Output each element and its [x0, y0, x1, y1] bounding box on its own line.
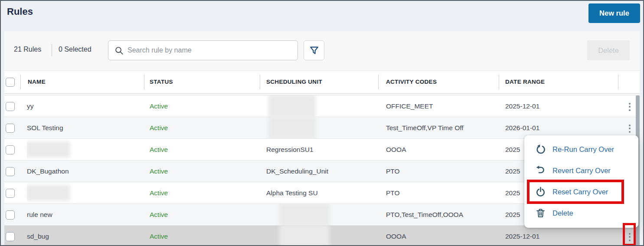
row-checkbox[interactable] [6, 124, 15, 133]
cell-name: sd_bug [27, 226, 142, 246]
menu-item-delete[interactable]: Delete [524, 203, 638, 224]
revert-carry-over-icon [535, 165, 546, 176]
column-header-date-range: DATE RANGE [505, 71, 545, 93]
toolbar-divider [52, 44, 52, 56]
redacted-text [279, 204, 330, 225]
cell-name: yy [27, 95, 142, 117]
redacted-text [27, 185, 70, 201]
search-input[interactable] [108, 41, 297, 60]
search-box [108, 40, 298, 60]
column-divider [20, 75, 21, 89]
row-checkbox[interactable] [6, 210, 15, 220]
cell-status: Active [150, 161, 258, 182]
column-header-activity-codes: ACTIVITY CODES [386, 71, 437, 93]
cell-activity-codes: PTO [386, 161, 500, 182]
column-divider [378, 75, 379, 89]
rules-count: 21 Rules [14, 46, 41, 53]
cell-name [27, 182, 142, 203]
cell-name: SOL Testing [27, 117, 142, 138]
cell-status: Active [150, 95, 258, 117]
row-actions-kebab-icon[interactable] [627, 101, 633, 112]
column-divider [144, 75, 144, 89]
cell-activity-codes: Test_TimeOff,VP Time Off [386, 117, 500, 138]
column-divider [499, 75, 499, 89]
new-rule-button[interactable]: New rule [588, 3, 640, 23]
menu-item-revert-carry-over[interactable]: Revert Carry Over [524, 160, 638, 181]
rerun-carry-over-icon [535, 144, 546, 155]
table-row[interactable]: yyActiveOFFICE_MEET2025-12-01 [4, 95, 640, 117]
cell-status: Active [150, 139, 258, 160]
cell-status: Active [150, 182, 258, 203]
row-checkbox[interactable] [6, 102, 15, 111]
cell-activity-codes: OFFICE_MEET [386, 95, 500, 117]
menu-item-rerun-carry-over[interactable]: Re-Run Carry Over [524, 139, 638, 160]
row-checkbox[interactable] [6, 232, 15, 241]
menu-item-label: Delete [552, 209, 573, 217]
cell-name: DK_Bugathon [27, 161, 142, 182]
cell-scheduling-unit [266, 226, 379, 246]
row-checkbox[interactable] [6, 145, 15, 154]
selected-count: 0 Selected [59, 46, 92, 53]
cell-date-range: 2025-12-01 [505, 95, 616, 117]
cell-activity-codes: PTO,Test_TimeOff,OOOA [386, 204, 500, 225]
column-divider [618, 75, 618, 89]
delete-button[interactable]: Delete [587, 40, 630, 60]
cell-scheduling-unit: DK_Scheduling_Unit [266, 161, 379, 182]
cell-scheduling-unit [266, 204, 379, 225]
cell-status: Active [150, 226, 258, 246]
redacted-text [268, 117, 316, 138]
kebab-highlight-box [623, 223, 636, 246]
reset-carry-over-highlight-box [527, 180, 624, 204]
column-header-status: STATUS [150, 71, 173, 93]
cell-name: rule new [27, 204, 142, 225]
cell-scheduling-unit: RegressionSU1 [266, 139, 379, 160]
cell-status: Active [150, 204, 258, 225]
cell-scheduling-unit [266, 117, 379, 138]
filter-button[interactable] [304, 40, 324, 60]
table-header: NAME STATUS SCHEDULING UNIT ACTIVITY COD… [4, 70, 640, 94]
column-divider [260, 75, 260, 89]
column-header-name: NAME [28, 71, 46, 93]
rules-page: Rules New rule 21 Rules 0 Selected Delet… [0, 0, 644, 246]
cell-name [27, 139, 142, 160]
select-all-checkbox[interactable] [6, 78, 15, 87]
redacted-text [27, 141, 70, 157]
cell-scheduling-unit: Alpha Testing SU [266, 182, 379, 203]
row-checkbox[interactable] [6, 189, 15, 198]
cell-scheduling-unit [266, 95, 379, 117]
cell-activity-codes: OOOA [386, 139, 500, 160]
cell-activity-codes: PTO [386, 182, 500, 203]
redacted-text [279, 226, 330, 246]
cell-status: Active [150, 117, 258, 138]
menu-item-label: Revert Carry Over [552, 167, 611, 175]
cell-date-range: 2025-12-01 [505, 226, 616, 246]
table-row[interactable]: sd_bugActiveOOOA2025-12-01 [4, 225, 640, 246]
column-header-scheduling-unit: SCHEDULING UNIT [266, 71, 322, 93]
row-checkbox[interactable] [6, 167, 15, 176]
cell-activity-codes: OOOA [386, 226, 500, 246]
delete-icon [535, 208, 546, 219]
menu-item-label: Re-Run Carry Over [552, 145, 614, 154]
page-title: Rules [7, 6, 33, 17]
redacted-text [268, 95, 316, 117]
filter-funnel-icon [309, 45, 320, 56]
row-actions-kebab-icon[interactable] [627, 123, 633, 134]
